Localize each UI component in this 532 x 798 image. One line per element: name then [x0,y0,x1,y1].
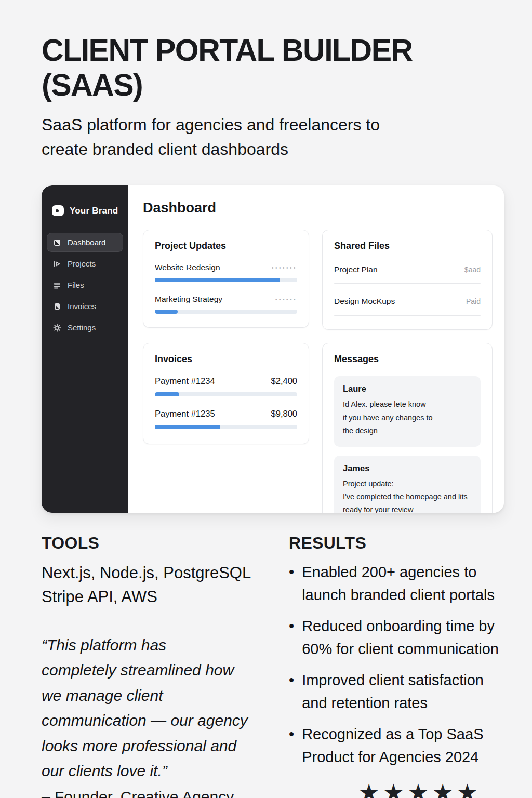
invoice-label: Payment #1235 [155,409,215,419]
divider [334,283,481,284]
message-bubble: James Project update: I've completed the… [334,456,481,513]
project-label: Website Redesign [155,263,220,272]
result-line: Improved client satisfaction [302,669,484,692]
result-line: Reduced onboarding time by [302,615,499,638]
sidebar: Your Brand Dashboard Projects [42,185,128,513]
result-line: Product for Agencies 2024 [302,746,483,769]
message-line: ready for your review [343,503,472,513]
project-row: Website Redesign ••••••• [155,263,297,272]
file-status: $aad [464,265,481,274]
invoices-icon [53,302,61,311]
results-column: RESULTS • Enabled 200+ agencies to launc… [289,534,503,798]
message-sender: James [343,463,472,473]
dots-indicator: •••••• [275,297,297,302]
card-title: Messages [334,354,481,365]
settings-icon [53,324,61,332]
progress-fill [155,278,280,282]
messages-card: Messages Laure Id Alex. please lete know… [322,343,493,513]
tools-heading: TOOLS [42,534,289,553]
quote-line: looks more professional and [42,734,289,759]
quote-attribution: – Founder, Creative Agency [42,788,289,798]
card-title: Shared Files [334,241,481,251]
sidebar-item-label: Invoices [68,302,96,311]
progress-fill [155,310,178,314]
dots-indicator: ••••••• [272,265,297,271]
project-label: Marketing Strategy [155,295,222,304]
divider [334,315,481,316]
result-text: Improved client satisfaction and retenti… [302,669,484,714]
dashboard-main: Dashboard Project Updates Website Redesi… [128,185,504,513]
quote-line: we manage client [42,683,289,709]
result-item: • Reduced onboarding time by 60% for cli… [289,615,503,660]
sidebar-nav: Dashboard Projects Files [47,233,123,337]
page-subtitle: SaaS platform for agencies and freelance… [42,113,503,162]
tools-line: Stripe API, AWS [42,585,289,609]
result-text: Enabled 200+ agencies to launch branded … [302,561,495,606]
sidebar-item-dashboard[interactable]: Dashboard [47,233,123,252]
dashboard-icon [53,238,61,247]
result-line: Recognized as a Top SaaS [302,723,483,746]
dashboard-grid: Project Updates Website Redesign •••••••… [143,230,493,513]
quote-line: “This platform has [42,633,289,658]
results-heading: RESULTS [289,534,503,553]
result-text: Recognized as a Top SaaS Product for Age… [302,723,483,768]
message-line: I've completed the homepage and lits [343,490,472,503]
tools-line: Next.js, Node.js, PostgreSQL [42,561,289,585]
progress-fill [155,392,179,396]
progress-track [155,278,297,282]
page-title: CLIENT PORTAL BUILDER (SAAS) [42,33,503,102]
result-item: • Improved client satisfaction and reten… [289,669,503,714]
progress-track [155,392,297,396]
progress-track [155,425,297,429]
sidebar-item-invoices[interactable]: Invoices [47,297,123,316]
bullet-marker: • [289,615,294,660]
card-title: Project Updates [155,241,297,251]
project-row: Marketing Strategy •••••• [155,295,297,304]
file-status: Paid [466,297,481,305]
result-text: Reduced onboarding time by 60% for clien… [302,615,499,660]
page-title-line-2: (SAAS) [42,68,503,103]
progress-fill [155,425,220,429]
bottom-section: TOOLS Next.js, Node.js, PostgreSQL Strip… [0,534,532,798]
card-title: Invoices [155,354,297,365]
result-item: • Recognized as a Top SaaS Product for A… [289,723,503,768]
bullet-marker: • [289,669,294,714]
brand-name: Your Brand [70,206,118,216]
star-rating: ★★★★★ [358,779,503,798]
sidebar-item-projects[interactable]: Projects [47,254,123,273]
tools-list: Next.js, Node.js, PostgreSQL Stripe API,… [42,561,289,608]
brand: Your Brand [47,205,123,216]
sidebar-item-settings[interactable]: Settings [47,318,123,337]
message-line: the design [343,424,472,437]
results-list: • Enabled 200+ agencies to launch brande… [289,561,503,768]
file-label: Project Plan [334,265,378,274]
project-updates-card: Project Updates Website Redesign •••••••… [143,230,309,328]
message-line: Project update: [343,477,472,490]
quote-line: our clients love it.” [42,759,289,784]
invoice-amount: $9,800 [271,409,297,419]
sidebar-item-label: Files [68,281,84,289]
file-row: Design MocKups Paid [334,295,481,306]
page-subtitle-line-2: create branded client dashboards [42,137,503,162]
page-title-line-1: CLIENT PORTAL BUILDER [42,33,503,68]
result-line: Enabled 200+ agencies to [302,561,495,584]
dashboard-heading: Dashboard [143,200,493,216]
invoice-amount: $2,400 [271,376,297,386]
invoice-label: Payment #1234 [155,376,215,386]
message-sender: Laure [343,384,472,394]
quote-line: communication — our agency [42,708,289,734]
result-line: and retention rates [302,692,484,715]
message-bubble: Laure Id Alex. please lete know if you h… [334,376,481,446]
files-icon [53,281,61,289]
message-line: Id Alex. please lete know [343,398,472,411]
sidebar-item-label: Projects [68,259,96,268]
dashboard-mockup: Your Brand Dashboard Projects [42,185,504,513]
page-subtitle-line-1: SaaS platform for agencies and freelance… [42,113,503,137]
sidebar-item-label: Dashboard [68,238,105,247]
bullet-marker: • [289,723,294,768]
page: CLIENT PORTAL BUILDER (SAAS) SaaS platfo… [0,0,532,513]
sidebar-item-label: Settings [68,323,96,332]
bullet-marker: • [289,561,294,606]
sidebar-item-files[interactable]: Files [47,275,123,295]
result-item: • Enabled 200+ agencies to launch brande… [289,561,503,606]
